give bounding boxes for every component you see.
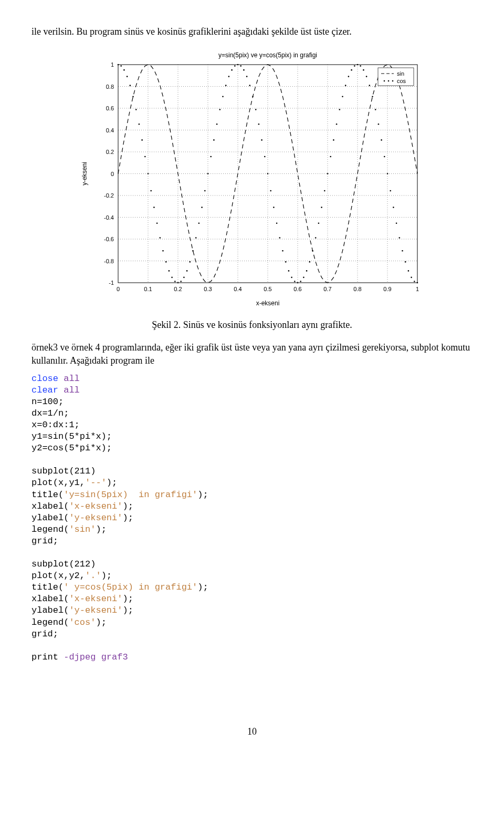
svg-point-102 <box>291 277 292 279</box>
svg-point-105 <box>300 281 301 282</box>
svg-point-92 <box>261 139 262 141</box>
svg-point-67 <box>186 270 188 272</box>
svg-text:-0.4: -0.4 <box>104 214 114 221</box>
svg-point-52 <box>141 139 143 141</box>
svg-point-126 <box>363 69 364 71</box>
svg-point-108 <box>309 261 311 263</box>
svg-point-138 <box>399 237 401 239</box>
svg-text:0.4: 0.4 <box>106 127 114 133</box>
svg-text:0.6: 0.6 <box>293 286 301 292</box>
svg-point-63 <box>174 281 176 282</box>
svg-point-72 <box>201 207 203 209</box>
svg-point-46 <box>123 69 125 71</box>
matlab-code: close all clear all n=100; dx=1/n; x=0:d… <box>32 373 472 663</box>
svg-point-133 <box>384 156 385 158</box>
svg-point-55 <box>150 190 152 192</box>
svg-point-81 <box>228 76 230 78</box>
svg-point-139 <box>402 250 403 252</box>
svg-text:sin: sin <box>397 70 404 77</box>
svg-point-143 <box>414 281 415 282</box>
svg-point-106 <box>303 277 304 279</box>
svg-point-75 <box>210 156 212 158</box>
svg-text:1: 1 <box>416 286 419 292</box>
svg-point-62 <box>171 277 173 279</box>
svg-point-74 <box>207 173 209 174</box>
svg-point-128 <box>369 85 371 87</box>
svg-point-86 <box>243 69 245 71</box>
svg-text:0.4: 0.4 <box>234 286 242 292</box>
svg-point-110 <box>315 237 317 239</box>
svg-point-85 <box>240 65 242 67</box>
svg-point-80 <box>225 85 227 87</box>
svg-point-54 <box>148 173 149 174</box>
intro-text: ile verilsin. Bu program sinüs ve kosinü… <box>32 25 472 38</box>
svg-text:0.7: 0.7 <box>323 286 331 292</box>
svg-point-122 <box>351 69 352 71</box>
svg-point-88 <box>249 85 251 87</box>
svg-point-127 <box>366 76 368 78</box>
svg-point-112 <box>321 207 322 209</box>
svg-point-132 <box>381 139 382 141</box>
svg-point-58 <box>160 237 161 239</box>
svg-point-135 <box>390 190 391 192</box>
figure-caption: Şekil 2. Sinüs ve kosinüs fonksiyonları … <box>32 320 472 331</box>
svg-point-97 <box>276 223 278 224</box>
svg-point-89 <box>252 96 254 98</box>
svg-point-116 <box>333 139 334 141</box>
svg-text:-0.6: -0.6 <box>104 236 114 242</box>
svg-point-141 <box>408 270 410 272</box>
svg-point-90 <box>255 109 257 110</box>
svg-text:0: 0 <box>117 286 120 292</box>
svg-point-47 <box>127 76 128 78</box>
svg-point-73 <box>204 190 206 192</box>
svg-point-142 <box>411 277 412 279</box>
svg-point-93 <box>264 156 266 158</box>
svg-point-61 <box>169 270 170 272</box>
svg-text:0.8: 0.8 <box>106 84 114 90</box>
svg-text:0.2: 0.2 <box>106 149 114 155</box>
svg-point-56 <box>153 207 155 209</box>
svg-point-150 <box>392 80 394 82</box>
page-number: 10 <box>32 726 472 737</box>
svg-text:cos: cos <box>397 78 406 84</box>
svg-text:0.3: 0.3 <box>204 286 212 292</box>
svg-text:0.9: 0.9 <box>383 286 391 292</box>
svg-point-107 <box>306 270 308 272</box>
svg-text:-0.2: -0.2 <box>104 192 114 199</box>
svg-point-109 <box>312 250 313 252</box>
svg-point-144 <box>417 282 418 284</box>
svg-point-136 <box>393 207 394 209</box>
svg-point-64 <box>177 282 179 284</box>
svg-point-100 <box>285 261 287 263</box>
svg-point-148 <box>384 80 385 82</box>
svg-point-51 <box>139 123 140 125</box>
svg-point-137 <box>396 223 397 224</box>
svg-point-118 <box>339 109 341 110</box>
svg-point-131 <box>378 123 380 125</box>
svg-point-77 <box>216 123 218 125</box>
svg-point-120 <box>345 85 346 87</box>
svg-text:0.6: 0.6 <box>106 105 114 111</box>
svg-point-130 <box>375 109 376 110</box>
svg-point-48 <box>130 85 131 87</box>
svg-point-96 <box>273 207 275 209</box>
svg-point-129 <box>372 96 373 98</box>
svg-point-103 <box>294 281 296 282</box>
svg-point-94 <box>267 173 269 174</box>
svg-point-76 <box>213 139 215 141</box>
svg-point-71 <box>198 223 200 224</box>
svg-point-82 <box>231 69 233 71</box>
svg-point-123 <box>354 65 355 67</box>
svg-point-101 <box>288 270 290 272</box>
svg-point-117 <box>336 123 338 125</box>
svg-point-125 <box>360 65 361 67</box>
svg-text:y-ekseni: y-ekseni <box>81 162 88 186</box>
svg-point-104 <box>297 282 299 284</box>
svg-point-149 <box>388 80 390 82</box>
svg-point-119 <box>342 96 343 98</box>
svg-text:1: 1 <box>111 61 114 68</box>
svg-text:x-ekseni: x-ekseni <box>256 300 280 307</box>
svg-text:0: 0 <box>111 171 114 177</box>
subplot-text: örnek3 ve örnek 4 programlarında, eğer i… <box>32 341 472 367</box>
svg-text:0.5: 0.5 <box>264 286 271 292</box>
